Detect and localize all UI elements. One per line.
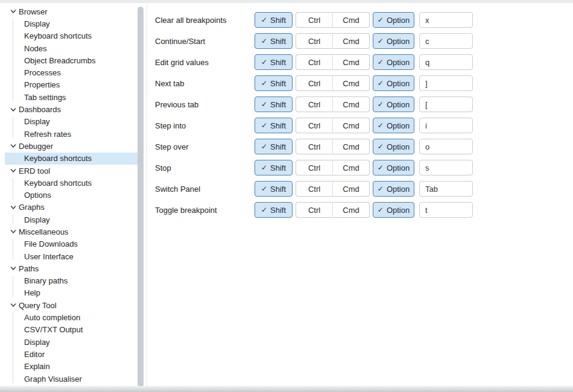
tree-group-row[interactable]: ERD tool	[0, 165, 147, 177]
cmd-toggle[interactable]: ✓ Cmd	[332, 202, 370, 218]
tree-item[interactable]: User Interface	[5, 250, 139, 262]
tree-item-label: Processes	[24, 68, 61, 77]
tree-item[interactable]: Properties	[5, 79, 139, 91]
preferences-tree: Browser Display Keyboard shortcuts Nodes…	[0, 3, 147, 385]
key-input[interactable]	[419, 75, 473, 91]
cmd-toggle[interactable]: ✓ Cmd	[332, 33, 370, 49]
tree-item[interactable]: Graph Visualiser	[5, 373, 139, 385]
cmd-toggle[interactable]: ✓ Cmd	[332, 96, 370, 112]
ctrl-toggle[interactable]: ✓ Ctrl	[296, 202, 332, 218]
tree-item[interactable]: File Downloads	[5, 238, 139, 250]
option-toggle[interactable]: ✓ Option	[373, 160, 414, 175]
ctrl-cmd-group: ✓ Ctrl ✓ Cmd	[296, 160, 370, 175]
tree-item[interactable]: Refresh rates	[5, 128, 139, 140]
shift-toggle[interactable]: ✓ Shift	[255, 181, 293, 197]
cmd-toggle[interactable]: ✓ Cmd	[332, 75, 370, 91]
ctrl-toggle[interactable]: ✓ Ctrl	[296, 54, 332, 70]
shift-toggle[interactable]: ✓ Shift	[255, 75, 293, 91]
key-input[interactable]	[419, 202, 473, 218]
key-input[interactable]	[419, 54, 473, 70]
tree-group-row[interactable]: Miscellaneous	[0, 226, 147, 238]
chevron-down-icon[interactable]	[10, 204, 16, 210]
tree-item[interactable]: Keyboard shortcuts	[5, 153, 139, 165]
tree-item[interactable]: Keyboard shortcuts	[5, 177, 139, 189]
tree-group-row[interactable]: Paths	[0, 262, 147, 274]
ctrl-toggle[interactable]: ✓ Ctrl	[296, 181, 332, 197]
tree-item[interactable]: Tab settings	[5, 91, 139, 103]
cmd-toggle[interactable]: ✓ Cmd	[332, 139, 370, 154]
cmd-toggle[interactable]: ✓ Cmd	[332, 118, 370, 133]
chevron-down-icon[interactable]	[10, 8, 16, 14]
key-input[interactable]	[419, 96, 473, 112]
tree-group: Debugger Keyboard shortcuts	[0, 140, 147, 165]
tree-item[interactable]: CSV/TXT Output	[5, 324, 139, 336]
chevron-down-icon[interactable]	[10, 265, 16, 271]
shift-toggle[interactable]: ✓ Shift	[255, 139, 293, 154]
tree-item[interactable]: Display	[5, 116, 139, 128]
ctrl-toggle[interactable]: ✓ Ctrl	[296, 96, 332, 112]
cmd-toggle[interactable]: ✓ Cmd	[332, 12, 370, 28]
ctrl-toggle[interactable]: ✓ Ctrl	[296, 33, 332, 49]
key-input[interactable]	[419, 139, 473, 154]
ctrl-toggle[interactable]: ✓ Ctrl	[296, 139, 332, 154]
shift-toggle[interactable]: ✓ Shift	[255, 96, 293, 112]
tree-group-row[interactable]: Browser	[0, 5, 147, 17]
key-input[interactable]	[419, 33, 473, 49]
tree-item[interactable]: Options	[5, 189, 139, 201]
sidebar-scrollbar[interactable]	[138, 7, 144, 387]
tree-item[interactable]: Display	[5, 336, 139, 348]
shortcut-label: Continue/Start	[155, 37, 255, 46]
shift-toggle[interactable]: ✓ Shift	[255, 202, 293, 218]
tree-item[interactable]: Display	[5, 213, 139, 226]
tree-group-row[interactable]: Graphs	[0, 201, 147, 213]
option-toggle[interactable]: ✓ Option	[373, 96, 414, 112]
option-toggle[interactable]: ✓ Option	[373, 202, 414, 218]
shift-toggle-label: Shift	[270, 58, 286, 67]
chevron-down-icon[interactable]	[10, 143, 16, 149]
tree-item[interactable]: Help	[5, 287, 139, 299]
tree-item[interactable]: Nodes	[5, 42, 139, 54]
tree-group-row[interactable]: Debugger	[0, 140, 147, 152]
key-input[interactable]	[419, 118, 473, 133]
tree-group-row[interactable]: Query Tool	[0, 299, 147, 311]
key-input[interactable]	[419, 12, 473, 28]
key-input[interactable]	[419, 160, 473, 175]
tree-item[interactable]: Display	[5, 17, 139, 30]
key-input[interactable]	[419, 181, 473, 197]
option-toggle[interactable]: ✓ Option	[373, 54, 414, 70]
cmd-toggle[interactable]: ✓ Cmd	[332, 181, 370, 197]
ctrl-toggle[interactable]: ✓ Ctrl	[296, 160, 332, 175]
ctrl-toggle-label: Ctrl	[308, 79, 320, 88]
option-toggle[interactable]: ✓ Option	[373, 139, 414, 154]
shift-toggle[interactable]: ✓ Shift	[255, 33, 293, 49]
shift-toggle[interactable]: ✓ Shift	[255, 118, 293, 133]
tree-item[interactable]: Explain	[5, 361, 139, 373]
option-toggle[interactable]: ✓ Option	[373, 33, 414, 49]
tree-item[interactable]: Keyboard shortcuts	[5, 30, 139, 42]
cmd-toggle[interactable]: ✓ Cmd	[332, 54, 370, 70]
tree-item[interactable]: Binary paths	[5, 275, 139, 287]
cmd-toggle[interactable]: ✓ Cmd	[332, 160, 370, 175]
option-toggle[interactable]: ✓ Option	[373, 12, 414, 28]
chevron-down-icon[interactable]	[10, 168, 16, 174]
chevron-down-icon[interactable]	[10, 302, 16, 308]
tree-item[interactable]: Object Breadcrumbs	[5, 54, 139, 66]
shift-toggle[interactable]: ✓ Shift	[255, 160, 293, 175]
tree-group-row[interactable]: Dashboards	[0, 103, 147, 115]
tree-item-label: Object Breadcrumbs	[24, 56, 96, 65]
shift-toggle[interactable]: ✓ Shift	[255, 12, 293, 28]
chevron-down-icon[interactable]	[10, 107, 16, 113]
shift-toggle[interactable]: ✓ Shift	[255, 54, 293, 70]
chevron-down-icon[interactable]	[10, 229, 16, 235]
ctrl-toggle[interactable]: ✓ Ctrl	[296, 12, 332, 28]
tree-item[interactable]: Processes	[5, 66, 139, 78]
option-toggle[interactable]: ✓ Option	[373, 75, 414, 91]
tree-item[interactable]: Auto completion	[5, 311, 139, 323]
ctrl-toggle[interactable]: ✓ Ctrl	[296, 75, 332, 91]
cmd-toggle-label: Cmd	[343, 79, 359, 88]
option-toggle[interactable]: ✓ Option	[373, 118, 414, 133]
check-icon: ✓	[261, 101, 267, 108]
tree-item[interactable]: Editor	[5, 348, 139, 360]
option-toggle[interactable]: ✓ Option	[373, 181, 414, 197]
ctrl-toggle[interactable]: ✓ Ctrl	[296, 118, 332, 133]
